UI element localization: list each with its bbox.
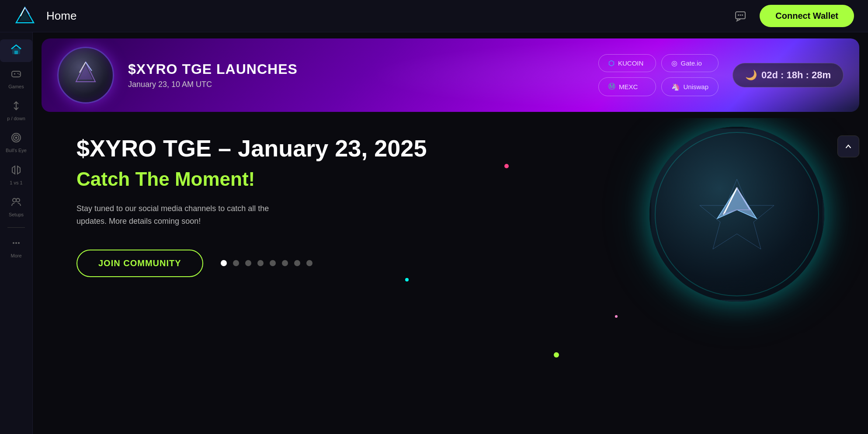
hero-section: $XYRO TGE – January 23, 2025 Catch The M… xyxy=(33,118,868,425)
top-navigation: Home Connect Wallet xyxy=(0,0,868,32)
mexc-icon: Ⓜ xyxy=(608,82,615,91)
sidebar-item-bullseye-label: Bull's Eye xyxy=(6,148,27,153)
svg-rect-7 xyxy=(742,14,743,16)
main-content: $XYRO TGE LAUNCHES January 23, 10 AM UTC… xyxy=(33,32,868,434)
banner-coin-icon xyxy=(57,47,114,104)
carousel-dot-7[interactable] xyxy=(294,260,300,266)
join-community-button[interactable]: JOIN COMMUNITY xyxy=(76,250,203,277)
sidebar-item-updown[interactable]: p / down xyxy=(0,96,32,126)
1vs1-icon xyxy=(10,164,22,178)
gateio-button[interactable]: ◎ Gate.io xyxy=(661,54,719,72)
deco-dot-green xyxy=(554,352,559,358)
sidebar-item-setups-label: Setups xyxy=(9,212,24,218)
gateio-icon: ◎ xyxy=(671,59,677,67)
svg-point-19 xyxy=(16,198,20,202)
main-layout: Games p / down Bull's Eye xyxy=(0,32,868,434)
kucoin-icon: ⬡ xyxy=(608,59,615,67)
hero-coin-ring xyxy=(655,132,819,296)
carousel-dots xyxy=(221,260,312,266)
carousel-dot-2[interactable] xyxy=(233,260,239,266)
updown-icon xyxy=(10,100,22,114)
banner-title: $XYRO TGE LAUNCHES xyxy=(128,61,598,77)
carousel-dot-4[interactable] xyxy=(257,260,264,266)
kucoin-button[interactable]: ⬡ KUCOIN xyxy=(598,54,656,72)
sidebar-item-games[interactable]: Games xyxy=(0,64,32,94)
sidebar-item-games-label: Games xyxy=(8,84,24,90)
svg-point-13 xyxy=(17,73,18,74)
setups-icon xyxy=(10,196,22,210)
svg-rect-6 xyxy=(740,14,741,16)
sidebar-item-more[interactable]: More xyxy=(0,233,32,263)
mexc-button[interactable]: Ⓜ MEXC xyxy=(598,77,656,96)
hero-coin-container xyxy=(649,127,833,310)
more-icon xyxy=(10,237,22,251)
svg-rect-5 xyxy=(738,14,739,16)
announcement-banner: $XYRO TGE LAUNCHES January 23, 10 AM UTC… xyxy=(42,38,859,112)
moon-icon: 🌙 xyxy=(745,69,757,81)
games-icon xyxy=(10,68,22,82)
carousel-dot-6[interactable] xyxy=(282,260,288,266)
deco-dot-teal xyxy=(405,278,409,281)
countdown-timer: 🌙 02d : 18h : 28m xyxy=(733,63,844,87)
hero-description: Stay tuned to our social media channels … xyxy=(76,202,286,228)
svg-point-17 xyxy=(15,137,17,139)
uniswap-button[interactable]: 🦄 Uniswap xyxy=(661,77,719,96)
svg-point-18 xyxy=(13,198,16,202)
carousel-dot-3[interactable] xyxy=(245,260,251,266)
home-icon xyxy=(10,44,22,58)
hero-coin-visual xyxy=(649,127,824,302)
chat-icon[interactable] xyxy=(730,6,751,27)
page-title: Home xyxy=(46,9,730,23)
deco-dot-pink xyxy=(504,164,509,168)
deco-dot-small xyxy=(615,315,618,318)
svg-point-14 xyxy=(19,74,20,75)
sidebar-item-1vs1-label: 1 vs 1 xyxy=(10,180,22,186)
sidebar: Games p / down Bull's Eye xyxy=(0,32,33,434)
scroll-up-button[interactable] xyxy=(837,135,859,157)
banner-subtitle: January 23, 10 AM UTC xyxy=(128,80,598,89)
sidebar-divider xyxy=(7,227,25,228)
banner-text: $XYRO TGE LAUNCHES January 23, 10 AM UTC xyxy=(128,61,598,89)
banner-exchanges: ⬡ KUCOIN ◎ Gate.io Ⓜ MEXC 🦄 Uniswap xyxy=(598,54,719,96)
svg-rect-9 xyxy=(14,51,18,54)
svg-point-21 xyxy=(15,242,17,244)
sidebar-item-1vs1[interactable]: 1 vs 1 xyxy=(0,160,32,190)
sidebar-item-bullseye[interactable]: Bull's Eye xyxy=(0,128,32,158)
logo-icon[interactable] xyxy=(14,5,36,27)
carousel-dot-8[interactable] xyxy=(306,260,312,266)
bullseye-icon xyxy=(10,132,22,146)
sidebar-item-more-label: More xyxy=(10,253,21,259)
carousel-dot-5[interactable] xyxy=(270,260,276,266)
carousel-dot-1[interactable] xyxy=(221,260,227,266)
sidebar-item-updown-label: p / down xyxy=(7,116,25,122)
connect-wallet-button[interactable]: Connect Wallet xyxy=(760,5,854,27)
svg-point-22 xyxy=(18,242,20,244)
uniswap-icon: 🦄 xyxy=(671,83,680,91)
sidebar-item-home[interactable] xyxy=(0,39,32,62)
sidebar-item-setups[interactable]: Setups xyxy=(0,192,32,222)
svg-point-20 xyxy=(13,242,14,244)
